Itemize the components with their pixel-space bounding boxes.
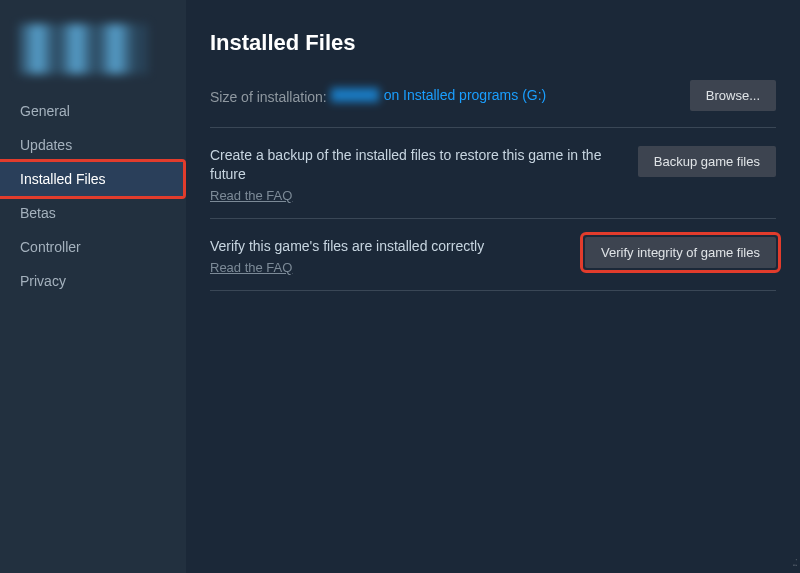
divider <box>210 218 776 219</box>
backup-row: Create a backup of the installed files t… <box>210 142 776 218</box>
backup-button[interactable]: Backup game files <box>638 146 776 177</box>
install-size-label: Size of installation: on Installed progr… <box>210 87 546 105</box>
backup-faq-link[interactable]: Read the FAQ <box>210 188 292 203</box>
game-title-redacted <box>18 24 148 74</box>
verify-faq-link[interactable]: Read the FAQ <box>210 260 292 275</box>
divider <box>210 127 776 128</box>
backup-description: Create a backup of the installed files t… <box>210 146 618 184</box>
sidebar-item-betas[interactable]: Betas <box>0 196 186 230</box>
sidebar-item-general[interactable]: General <box>0 94 186 128</box>
page-title: Installed Files <box>210 30 776 56</box>
browse-button[interactable]: Browse... <box>690 80 776 111</box>
verify-description: Verify this game's files are installed c… <box>210 237 560 256</box>
install-size-redacted <box>331 88 379 102</box>
resize-grip-icon[interactable]: ..: <box>792 555 796 569</box>
install-size-row: Size of installation: on Installed progr… <box>210 80 776 111</box>
main-panel: Installed Files Size of installation: on… <box>186 0 800 573</box>
verify-row: Verify this game's files are installed c… <box>210 233 776 290</box>
divider <box>210 290 776 291</box>
sidebar-item-controller[interactable]: Controller <box>0 230 186 264</box>
install-size-value: on Installed programs (G:) <box>331 87 547 103</box>
annotation-highlight-sidebar: Installed Files <box>0 159 186 199</box>
sidebar-nav: General Updates Installed Files Betas Co… <box>0 94 186 298</box>
sidebar-item-privacy[interactable]: Privacy <box>0 264 186 298</box>
sidebar-item-updates[interactable]: Updates <box>0 128 186 162</box>
verify-integrity-button[interactable]: Verify integrity of game files <box>585 237 776 268</box>
annotation-highlight-verify: Verify integrity of game files <box>580 232 781 273</box>
game-header <box>0 18 186 94</box>
sidebar: General Updates Installed Files Betas Co… <box>0 0 186 573</box>
sidebar-item-installed-files[interactable]: Installed Files <box>0 162 183 196</box>
